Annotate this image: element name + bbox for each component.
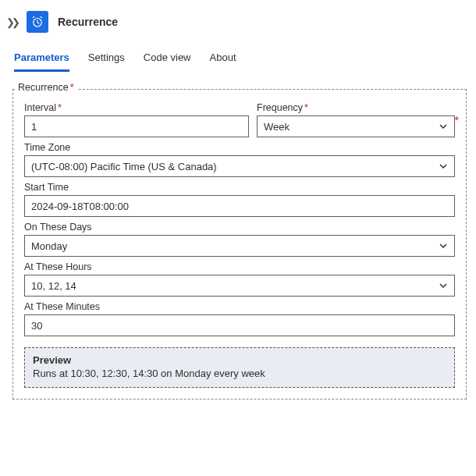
timezone-field: Time Zone (UTC-08:00) Pacific Time (US &… [24,142,455,177]
collapse-chevrons-icon[interactable]: ❯❯ [5,16,17,28]
interval-field: Interval* 1 [24,102,249,137]
frequency-select[interactable]: Week [257,115,455,137]
minutes-value: 30 [31,320,42,332]
starttime-value: 2024-09-18T08:00:00 [31,201,129,212]
days-select[interactable]: Monday [24,235,455,257]
starttime-input[interactable]: 2024-09-18T08:00:00 [24,195,455,217]
days-field: On These Days Monday [24,222,455,257]
tab-parameters[interactable]: Parameters [14,48,69,72]
svg-line-3 [33,16,34,18]
chevron-down-icon [439,122,448,131]
minutes-label: At These Minutes [24,301,455,312]
frequency-label-text: Frequency [257,102,303,113]
hours-field: At These Hours 10, 12, 14 [24,261,455,297]
hours-label: At These Hours [24,261,455,272]
tab-about[interactable]: About [210,48,236,72]
days-label: On These Days [24,222,455,233]
frequency-value: Week [264,121,290,133]
frequency-field: Frequency* * Week [257,102,455,137]
group-legend-text: Recurrence [18,82,69,93]
hours-value: 10, 12, 14 [31,280,76,292]
card-header: ❯❯ Recurrence [0,0,476,44]
minutes-input[interactable]: 30 [24,314,455,336]
interval-value: 1 [31,121,37,133]
preview-body: Runs at 10:30, 12:30, 14:30 on Monday ev… [33,368,446,379]
chevron-down-icon [439,162,448,171]
required-marker: * [56,102,62,113]
tab-settings[interactable]: Settings [88,48,125,72]
required-marker: * [455,114,459,126]
preview-title: Preview [33,354,446,366]
tab-codeview[interactable]: Code view [144,48,191,72]
required-marker: * [303,102,308,113]
group-legend: Recurrence* [15,82,77,93]
minutes-field: At These Minutes 30 [24,301,455,336]
svg-line-2 [37,23,39,24]
days-value: Monday [31,240,67,252]
chevron-down-icon [439,281,448,290]
preview-box: Preview Runs at 10:30, 12:30, 14:30 on M… [24,347,455,388]
timezone-label: Time Zone [24,142,455,153]
svg-line-4 [41,16,42,18]
starttime-label: Start Time [24,182,455,193]
timezone-select[interactable]: (UTC-08:00) Pacific Time (US & Canada) [24,155,455,177]
interval-input[interactable]: 1 [24,115,249,137]
tabs: Parameters Settings Code view About [0,44,476,72]
recurrence-icon [27,11,48,33]
starttime-field: Start Time 2024-09-18T08:00:00 [24,182,455,217]
chevron-down-icon [439,241,448,250]
alarm-clock-icon [30,15,44,29]
recurrence-group: Recurrence* Interval* 1 Frequency* * Wee… [12,89,467,400]
timezone-value: (UTC-08:00) Pacific Time (US & Canada) [31,161,217,172]
interval-label: Interval* [24,102,249,113]
interval-label-text: Interval [24,102,56,113]
required-marker: * [69,82,74,93]
card-title: Recurrence [58,16,118,28]
hours-select[interactable]: 10, 12, 14 [24,275,455,297]
frequency-label: Frequency* [257,102,455,113]
